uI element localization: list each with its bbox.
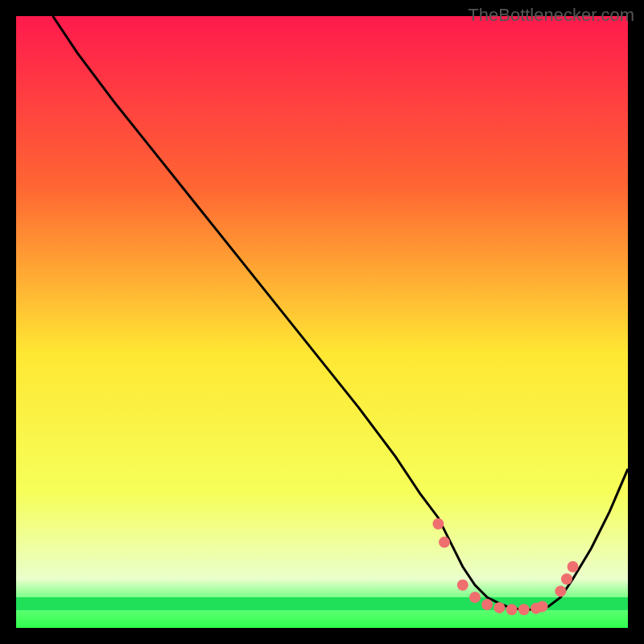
data-marker <box>568 561 579 572</box>
data-marker <box>457 580 469 591</box>
data-marker <box>439 537 450 548</box>
data-marker <box>561 573 572 584</box>
data-marker <box>555 585 566 597</box>
data-marker <box>537 601 548 612</box>
data-marker <box>518 604 530 615</box>
data-marker <box>493 602 505 613</box>
data-marker <box>469 592 481 603</box>
data-marker <box>506 604 518 615</box>
gradient-background <box>16 16 628 628</box>
data-marker <box>432 518 444 530</box>
data-marker <box>481 599 493 610</box>
watermark-text: TheBottlenecker.com <box>468 5 634 26</box>
bottleneck-chart <box>16 16 628 628</box>
